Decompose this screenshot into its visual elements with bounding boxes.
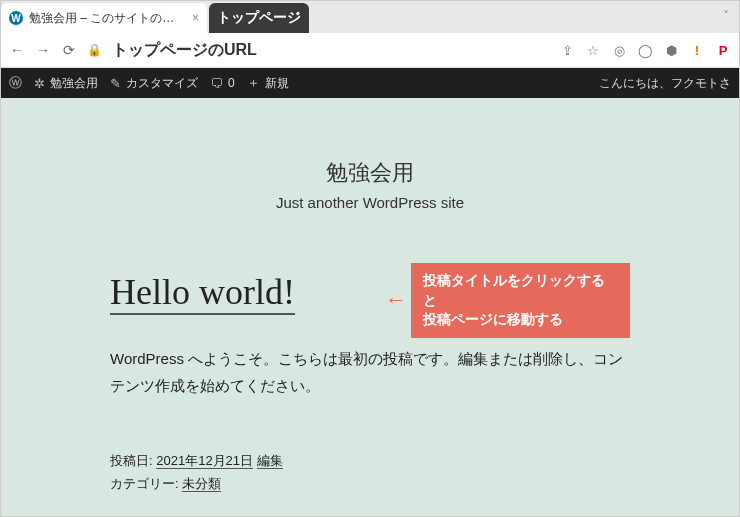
browser-tab-active[interactable]: W 勉強会用 – このサイトの簡単な説明 × [1, 3, 207, 33]
post-edit-link[interactable]: 編集 [257, 453, 283, 469]
extension-icon-2[interactable]: ◯ [637, 42, 653, 58]
pinterest-icon[interactable]: P [715, 42, 731, 58]
wp-site-link[interactable]: ✲ 勉強会用 [34, 75, 98, 92]
wp-logo-icon[interactable]: ⓦ [9, 74, 22, 92]
wp-new-label: 新規 [265, 75, 289, 92]
post-meta: 投稿日: 2021年12月21日 編集 カテゴリー: 未分類 [110, 449, 630, 496]
site-page: 勉強会用 Just another WordPress site Hello w… [1, 98, 739, 517]
wp-customize-link[interactable]: ✎ カスタマイズ [110, 75, 198, 92]
dashboard-icon: ✲ [34, 76, 45, 91]
wp-greeting[interactable]: こんにちは、フクモトさ [599, 75, 731, 92]
comment-icon: 🗨 [210, 76, 223, 91]
tab-title: 勉強会用 – このサイトの簡単な説明 [29, 10, 186, 27]
share-icon[interactable]: ⇪ [559, 42, 575, 58]
post: Hello world! ← 投稿タイトルをクリックすると 投稿ページに移動する… [110, 271, 630, 496]
browser-window: W 勉強会用 – このサイトの簡単な説明 × トップページ ˅ ← → ⟳ 🔒 … [0, 0, 740, 517]
wp-comments-count: 0 [228, 76, 235, 90]
arrow-left-icon: ← [385, 287, 407, 313]
site-title[interactable]: 勉強会用 [326, 158, 414, 188]
tab-close-icon[interactable]: × [192, 11, 199, 25]
bookmark-star-icon[interactable]: ☆ [585, 42, 601, 58]
annotation-text: 投稿タイトルをクリックすると 投稿ページに移動する [411, 263, 630, 338]
extension-icon-3[interactable]: ⬢ [663, 42, 679, 58]
plus-icon: ＋ [247, 74, 260, 92]
back-button[interactable]: ← [9, 42, 25, 58]
tab-overflow-icon[interactable]: ˅ [723, 9, 729, 23]
wp-comments-link[interactable]: 🗨 0 [210, 76, 235, 91]
wordpress-favicon-icon: W [9, 11, 23, 25]
post-title-link[interactable]: Hello world! [110, 271, 295, 315]
post-category-link[interactable]: 未分類 [182, 476, 221, 492]
browser-url-bar: ← → ⟳ 🔒 トップページのURL ⇪ ☆ ◎ ◯ ⬢ ! P [1, 33, 739, 68]
browser-tab-row: W 勉強会用 – このサイトの簡単な説明 × トップページ ˅ [1, 1, 739, 33]
extension-alert-icon[interactable]: ! [689, 42, 705, 58]
annotation-tab-title: トップページ [217, 9, 301, 27]
paintbrush-icon: ✎ [110, 76, 121, 91]
wp-site-name: 勉強会用 [50, 75, 98, 92]
meta-date-label: 投稿日: [110, 453, 156, 468]
url-display[interactable]: トップページのURL [112, 40, 257, 61]
post-excerpt: WordPress へようこそ。こちらは最初の投稿です。編集または削除し、コンテ… [110, 345, 630, 399]
extension-icon-1[interactable]: ◎ [611, 42, 627, 58]
annotation-tab[interactable]: トップページ [209, 3, 309, 33]
forward-button[interactable]: → [35, 42, 51, 58]
lock-icon: 🔒 [87, 43, 102, 57]
reload-button[interactable]: ⟳ [61, 42, 77, 58]
wp-customize-label: カスタマイズ [126, 75, 198, 92]
meta-cat-label: カテゴリー: [110, 476, 182, 491]
post-date-link[interactable]: 2021年12月21日 [156, 453, 253, 469]
wp-admin-bar: ⓦ ✲ 勉強会用 ✎ カスタマイズ 🗨 0 ＋ 新規 こんにちは、フクモトさ [1, 68, 739, 98]
site-tagline: Just another WordPress site [276, 194, 464, 211]
annotation-callout: ← 投稿タイトルをクリックすると 投稿ページに移動する [385, 263, 630, 338]
wp-new-link[interactable]: ＋ 新規 [247, 74, 289, 92]
